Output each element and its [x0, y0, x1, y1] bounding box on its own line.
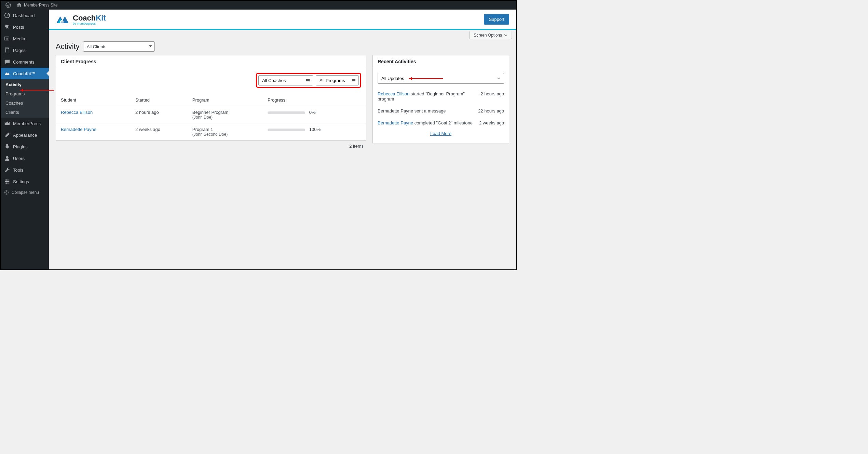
- highlighted-filters: All Coaches All Programs: [256, 73, 361, 88]
- sidebar-item-comments[interactable]: Comments: [1, 56, 49, 68]
- updates-filter-wrap: All Updates: [378, 73, 504, 84]
- sidebar-item-pages[interactable]: Pages: [1, 44, 49, 56]
- site-home-link[interactable]: MemberPress Site: [14, 1, 60, 10]
- sidebar-item-settings[interactable]: Settings: [1, 176, 49, 187]
- activity-time: 2 weeks ago: [479, 120, 504, 125]
- sidebar-item-users[interactable]: Users: [1, 152, 49, 164]
- progress-pct: 0%: [309, 110, 316, 115]
- sidebar-item-media[interactable]: Media: [1, 33, 49, 44]
- col-progress: Progress: [263, 94, 366, 106]
- coachkit-logo: m CoachKit by memberpress: [56, 14, 106, 25]
- pages-icon: [4, 47, 10, 53]
- table-row: Rebecca Ellison 2 hours ago Beginner Pro…: [56, 106, 366, 123]
- memberpress-icon: [4, 120, 10, 126]
- sidebar-item-coachkit[interactable]: CoachKit™: [1, 68, 49, 79]
- collapse-icon: [4, 190, 9, 195]
- sidebar-item-appearance[interactable]: Appearance: [1, 129, 49, 141]
- recent-activities-card: Recent Activities All Updates Rebecca El…: [372, 55, 509, 143]
- logo-icon: m: [56, 14, 71, 25]
- annotation-arrow: [20, 90, 54, 91]
- started-cell: 2 hours ago: [131, 106, 188, 123]
- progress-bar: [268, 111, 305, 114]
- svg-point-5: [6, 156, 8, 159]
- activity-time: 2 hours ago: [480, 91, 504, 102]
- media-icon: [4, 36, 10, 42]
- load-more-link[interactable]: Load More: [378, 129, 504, 138]
- submenu-programs[interactable]: Programs: [1, 89, 49, 98]
- brand-bar: m CoachKit by memberpress Support: [49, 10, 516, 30]
- activity-time: 22 hours ago: [478, 108, 504, 113]
- started-cell: 2 weeks ago: [131, 123, 188, 141]
- programs-filter-select[interactable]: All Programs: [316, 75, 359, 85]
- client-progress-title: Client Progress: [56, 55, 366, 68]
- comments-icon: [4, 59, 10, 65]
- progress-pct: 100%: [309, 127, 321, 132]
- submenu-coaches[interactable]: Coaches: [1, 98, 49, 108]
- screen-options-toggle[interactable]: Screen Options: [469, 31, 512, 39]
- col-started: Started: [131, 94, 188, 106]
- svg-point-9: [4, 190, 8, 194]
- submenu-activity[interactable]: Activity: [1, 80, 49, 89]
- coaches-filter-select[interactable]: All Coaches: [258, 75, 313, 85]
- coachkit-icon: [4, 70, 10, 77]
- support-button[interactable]: Support: [484, 14, 509, 25]
- page-header: Activity All Clients: [49, 39, 516, 55]
- activity-item: Rebecca Ellison started "Beginner Progra…: [378, 88, 504, 105]
- items-count: 2 items: [56, 141, 366, 149]
- sliders-icon: [4, 178, 10, 185]
- sidebar-item-tools[interactable]: Tools: [1, 164, 49, 176]
- annotation-arrow: [409, 78, 443, 79]
- chevron-down-icon: [496, 76, 501, 81]
- user-icon: [4, 155, 10, 161]
- svg-point-7: [8, 181, 9, 182]
- sidebar-item-posts[interactable]: Posts: [1, 21, 49, 33]
- table-row: Bernadette Payne 2 weeks ago Program 1 (…: [56, 123, 366, 141]
- svg-point-6: [6, 179, 7, 181]
- pin-icon: [4, 24, 10, 30]
- activity-item: Bernadette Payne sent a message 22 hours…: [378, 105, 504, 117]
- collapse-menu[interactable]: Collapse menu: [1, 187, 49, 198]
- admin-sidebar: Dashboard Posts Media Pages Comments Coa…: [1, 10, 49, 269]
- svg-rect-4: [6, 49, 9, 53]
- student-link[interactable]: Bernadette Payne: [61, 127, 96, 132]
- chevron-down-icon: [504, 34, 507, 37]
- dashboard-icon: [4, 12, 10, 18]
- activity-link[interactable]: Bernadette Payne: [378, 120, 413, 125]
- brush-icon: [4, 132, 10, 138]
- col-student: Student: [56, 94, 131, 106]
- svg-point-8: [6, 183, 7, 184]
- progress-table: Student Started Program Progress Rebecca…: [56, 94, 366, 141]
- sidebar-item-dashboard[interactable]: Dashboard: [1, 10, 49, 21]
- recent-activities-title: Recent Activities: [373, 55, 509, 68]
- sidebar-item-memberpress[interactable]: MemberPress: [1, 118, 49, 129]
- activity-link[interactable]: Rebecca Ellison: [378, 91, 409, 96]
- submenu-clients[interactable]: Clients: [1, 108, 49, 117]
- activity-item: Bernadette Payne completed "Goal 2" mile…: [378, 117, 504, 129]
- admin-top-bar: MemberPress Site: [1, 1, 516, 10]
- sidebar-item-plugins[interactable]: Plugins: [1, 141, 49, 152]
- coach-name: (John Doe): [192, 115, 258, 120]
- main-content: m CoachKit by memberpress Support Screen…: [49, 10, 516, 269]
- plug-icon: [4, 144, 10, 150]
- col-program: Program: [188, 94, 263, 106]
- wp-logo[interactable]: [3, 1, 14, 10]
- home-icon: [16, 2, 22, 8]
- program-name: Beginner Program: [192, 110, 258, 115]
- coach-name: (John Second Doe): [192, 132, 258, 137]
- wrench-icon: [4, 167, 10, 173]
- client-filter-select[interactable]: All Clients: [83, 41, 155, 52]
- student-link[interactable]: Rebecca Ellison: [61, 110, 93, 115]
- progress-bar: [268, 129, 305, 131]
- client-progress-card: Client Progress All Coaches: [56, 55, 366, 141]
- site-name: MemberPress Site: [24, 3, 58, 8]
- program-name: Program 1: [192, 127, 258, 132]
- svg-text:m: m: [61, 21, 63, 23]
- page-title: Activity: [56, 42, 80, 51]
- coachkit-submenu: Activity Programs Coaches Clients: [1, 79, 49, 118]
